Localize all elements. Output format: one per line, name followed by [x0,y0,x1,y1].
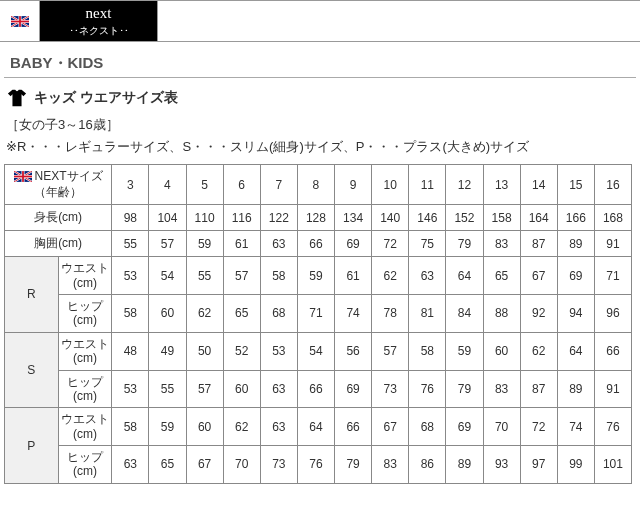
value-cell: 58 [112,294,149,332]
value-cell: 65 [223,294,260,332]
table-row: ヒップ(cm)63656770737679838689939799101 [5,446,632,484]
value-cell: 55 [149,370,186,408]
header-row: NEXTサイズ（年齢）345678910111213141516 [5,165,632,205]
value-cell: 86 [409,446,446,484]
value-cell: 98 [112,205,149,231]
group-code: R [5,257,59,333]
value-cell: 91 [594,231,631,257]
value-cell: 134 [335,205,372,231]
svg-rect-9 [14,176,32,178]
value-cell: 79 [446,370,483,408]
value-cell: 55 [112,231,149,257]
value-cell: 128 [297,205,334,231]
value-cell: 67 [520,257,557,295]
value-cell: 62 [186,294,223,332]
value-cell: 110 [186,205,223,231]
value-cell: 58 [260,257,297,295]
value-cell: 122 [260,205,297,231]
value-cell: 93 [483,446,520,484]
value-cell: 63 [112,446,149,484]
table-body: 身長(cm)9810411011612212813414014615215816… [5,205,632,484]
value-cell: 76 [594,408,631,446]
value-cell: 116 [223,205,260,231]
value-cell: 54 [297,332,334,370]
value-cell: 69 [557,257,594,295]
value-cell: 78 [372,294,409,332]
value-cell: 64 [297,408,334,446]
value-cell: 87 [520,231,557,257]
uk-flag-icon [11,16,29,27]
value-cell: 59 [297,257,334,295]
value-cell: 87 [520,370,557,408]
value-cell: 60 [483,332,520,370]
value-cell: 56 [335,332,372,370]
value-cell: 57 [149,231,186,257]
value-cell: 73 [372,370,409,408]
value-cell: 61 [335,257,372,295]
value-cell: 63 [260,370,297,408]
value-cell: 94 [557,294,594,332]
table-row: Rウエスト(cm)5354555758596162636465676971 [5,257,632,295]
value-cell: 158 [483,205,520,231]
value-cell: 53 [112,370,149,408]
value-cell: 89 [557,370,594,408]
value-cell: 59 [446,332,483,370]
size-header: 14 [520,165,557,205]
value-cell: 57 [186,370,223,408]
value-cell: 89 [557,231,594,257]
group-code: S [5,332,59,408]
measure-label: ヒップ(cm) [58,294,112,332]
value-cell: 62 [223,408,260,446]
value-cell: 72 [520,408,557,446]
size-header: 13 [483,165,520,205]
value-cell: 67 [186,446,223,484]
value-cell: 101 [594,446,631,484]
brand-cell: next ‥ネクスト‥ [40,1,158,41]
size-chart-table: NEXTサイズ（年齢）345678910111213141516 身長(cm)9… [4,164,632,484]
value-cell: 72 [372,231,409,257]
value-cell: 76 [297,446,334,484]
value-cell: 70 [223,446,260,484]
size-header: 12 [446,165,483,205]
value-cell: 89 [446,446,483,484]
row-label: 身長(cm) [5,205,112,231]
group-code: P [5,408,59,484]
value-cell: 70 [483,408,520,446]
table-row: 胸囲(cm)5557596163666972757983878991 [5,231,632,257]
value-cell: 64 [446,257,483,295]
size-header: 16 [594,165,631,205]
value-cell: 62 [520,332,557,370]
value-cell: 53 [260,332,297,370]
size-header: 5 [186,165,223,205]
size-header: 8 [297,165,334,205]
value-cell: 83 [483,370,520,408]
value-cell: 74 [335,294,372,332]
value-cell: 76 [409,370,446,408]
value-cell: 62 [372,257,409,295]
value-cell: 59 [149,408,186,446]
range-line: ［女の子3～16歳］ [0,110,640,136]
value-cell: 84 [446,294,483,332]
value-cell: 73 [260,446,297,484]
value-cell: 69 [335,370,372,408]
table-row: ヒップ(cm)5860626568717478818488929496 [5,294,632,332]
size-header: 11 [409,165,446,205]
table-row: Sウエスト(cm)4849505253545657585960626466 [5,332,632,370]
value-cell: 68 [409,408,446,446]
tshirt-icon [6,88,28,108]
value-cell: 69 [446,408,483,446]
row-label: 胸囲(cm) [5,231,112,257]
value-cell: 91 [594,370,631,408]
value-cell: 83 [483,231,520,257]
value-cell: 168 [594,205,631,231]
value-cell: 79 [335,446,372,484]
value-cell: 65 [149,446,186,484]
table-row: Pウエスト(cm)5859606263646667686970727476 [5,408,632,446]
value-cell: 83 [372,446,409,484]
value-cell: 81 [409,294,446,332]
value-cell: 63 [260,408,297,446]
value-cell: 146 [409,205,446,231]
value-cell: 58 [112,408,149,446]
value-cell: 69 [335,231,372,257]
value-cell: 66 [297,370,334,408]
